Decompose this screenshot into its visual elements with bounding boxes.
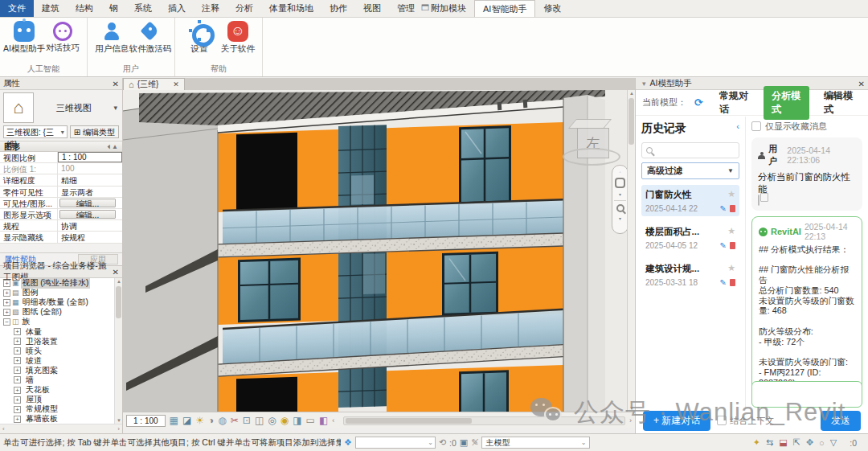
close-icon[interactable]: ✕: [113, 268, 119, 277]
zoom-icon[interactable]: [616, 204, 624, 212]
tree-expander[interactable]: +: [14, 396, 21, 404]
detail-level-icon[interactable]: ▦: [170, 415, 178, 427]
property-row[interactable]: 规程 协调: [0, 220, 122, 232]
chevron-down-icon[interactable]: ▾: [113, 104, 119, 112]
unlocked-view-icon[interactable]: ◫: [255, 415, 264, 427]
collapse-icon[interactable]: 🞀 ▲: [108, 141, 118, 151]
tree-expander[interactable]: +: [14, 376, 21, 383]
editing-requests-icon[interactable]: ⟲: [439, 437, 446, 448]
mode-button[interactable]: 分析模式: [764, 86, 809, 120]
new-chat-button[interactable]: + 新建对话: [643, 411, 710, 431]
chevron-down-icon[interactable]: ▾: [619, 215, 621, 221]
context-checkbox[interactable]: [717, 416, 727, 425]
visual-style-icon[interactable]: ◪: [182, 415, 191, 427]
shadows-icon[interactable]: ◑: [208, 415, 214, 427]
ribbon-tab[interactable]: AI智能助手: [474, 0, 535, 17]
property-row[interactable]: 图形显示选项 编辑...: [0, 209, 122, 220]
history-search-input[interactable]: [641, 142, 739, 158]
chevron-down-icon[interactable]: ▾: [642, 80, 646, 88]
property-row[interactable]: 可见性/图形... 编辑...: [0, 198, 122, 209]
property-row[interactable]: 显示隐藏线 按规程: [0, 232, 122, 243]
tree-expander[interactable]: −: [3, 318, 10, 326]
ribbon-button[interactable]: 对话技巧: [43, 19, 82, 63]
view-tab-3d[interactable]: ⌂ {三维} ✕: [123, 78, 185, 90]
ribbon-tab[interactable]: 体量和场地: [261, 0, 321, 17]
sun-path-icon[interactable]: ☀: [195, 415, 204, 427]
ribbon-display-options[interactable]: 🗖 ▾: [421, 2, 436, 12]
viewcube-compass[interactable]: [563, 148, 620, 166]
tree-expander[interactable]: +: [14, 367, 21, 374]
tree-item[interactable]: + 填充图案: [0, 366, 122, 375]
history-item[interactable]: 楼层面积占... ★ 2025-04-05 12 ✎: [641, 222, 739, 253]
reveal-hidden-elements-icon[interactable]: ◉: [280, 415, 289, 427]
show-rendering-dialog-icon[interactable]: ◍: [218, 415, 226, 427]
tree-expander[interactable]: +: [14, 338, 21, 345]
collapse-icon[interactable]: ‹: [736, 121, 739, 136]
history-item[interactable]: 建筑设计规... ★ 2025-03-31 18 ✎: [641, 259, 739, 290]
worksharing-display-icon[interactable]: ▭: [306, 415, 315, 427]
ribbon-tab[interactable]: 结构: [68, 0, 101, 17]
analytical-model-icon[interactable]: ◧: [319, 415, 328, 427]
instance-selector[interactable]: 三维视图: {三维} ▾: [3, 125, 68, 138]
ribbon-button[interactable]: AI模型助手: [5, 19, 43, 63]
canvas-hscrollbar[interactable]: [343, 416, 625, 425]
close-icon[interactable]: ✕: [173, 80, 179, 88]
drawing-area[interactable]: [123, 90, 627, 412]
canvas-vscrollbar[interactable]: ▲ ▼: [627, 90, 635, 412]
steering-wheel-icon[interactable]: [615, 178, 625, 188]
tree-item[interactable]: + ▣ 视图 (鸿业-给排水): [0, 278, 122, 288]
edit-icon[interactable]: ✎: [720, 241, 727, 250]
building-model[interactable]: [123, 90, 627, 412]
ribbon-tab[interactable]: 注释: [194, 0, 227, 17]
chevron-left-icon[interactable]: ‹: [332, 416, 334, 424]
tree-expander[interactable]: +: [14, 416, 21, 423]
property-row[interactable]: 零件可见性 显示两者: [0, 187, 122, 198]
viewcube[interactable]: 左: [561, 117, 622, 174]
history-item[interactable]: 门窗防火性 ★ 2025-04-14 22 ✎: [641, 185, 739, 216]
ribbon-button[interactable]: 关于软件: [219, 19, 257, 63]
ribbon-tab[interactable]: 管理: [389, 0, 423, 17]
edit-type-button[interactable]: ⊞ 编辑类型: [70, 125, 119, 138]
tree-expander[interactable]: +: [3, 299, 10, 306]
property-row[interactable]: 视图比例 1 : 100: [0, 152, 122, 163]
select-links-icon[interactable]: ⇆: [766, 437, 773, 448]
ribbon-tab[interactable]: 修改: [535, 0, 569, 17]
property-value[interactable]: 协调: [58, 220, 122, 231]
delete-icon[interactable]: [730, 279, 735, 286]
refresh-icon[interactable]: ⟳: [694, 96, 703, 109]
mode-button[interactable]: 常规对话: [711, 86, 757, 120]
ribbon-tab[interactable]: 视图: [355, 0, 389, 17]
ribbon-button[interactable]: 软件激活码: [131, 19, 170, 63]
tree-expander[interactable]: +: [3, 309, 10, 316]
tree-expander[interactable]: +: [3, 280, 10, 287]
tree-item[interactable]: + 天花板: [0, 385, 122, 395]
property-value[interactable]: 精细: [58, 174, 122, 185]
show-crop-region-icon[interactable]: ⊡: [243, 415, 251, 427]
favorites-checkbox[interactable]: [751, 121, 761, 131]
select-pinned-icon[interactable]: ⇱: [793, 437, 800, 448]
copy-icon[interactable]: [758, 195, 760, 206]
tree-item[interactable]: + 卫浴装置: [0, 337, 122, 346]
property-value[interactable]: 编辑...: [59, 210, 116, 219]
type-selector[interactable]: ⌂ 三维视图 ▾: [0, 90, 122, 125]
editable-only-icon[interactable]: ✦: [753, 437, 760, 448]
tree-item[interactable]: + 幕墙嵌板: [0, 414, 122, 424]
worksets-icon[interactable]: ❖: [344, 437, 352, 448]
temporary-hide-isolate-icon[interactable]: ◎: [268, 415, 276, 427]
tree-expander[interactable]: +: [14, 387, 21, 394]
ribbon-tab[interactable]: 分析: [227, 0, 261, 17]
tree-expander[interactable]: +: [14, 328, 21, 335]
property-row[interactable]: 详细程度 精细: [0, 174, 122, 186]
star-icon[interactable]: ★: [727, 189, 735, 201]
ribbon-button[interactable]: 用户信息: [92, 19, 131, 63]
view-scale-button[interactable]: 1 : 100: [126, 415, 166, 427]
delete-icon[interactable]: [730, 242, 735, 249]
browser-scrollbar[interactable]: ▲ ▼: [114, 278, 122, 424]
crop-view-icon[interactable]: ✂: [231, 415, 239, 427]
design-option-select[interactable]: 主模型 ⌄: [481, 437, 590, 449]
scroll-down-icon[interactable]: ▼: [115, 418, 123, 423]
send-button[interactable]: 发送: [821, 411, 861, 431]
select-by-face-icon[interactable]: ✥: [806, 437, 813, 448]
property-value[interactable]: 编辑...: [59, 199, 116, 207]
chevron-right-icon[interactable]: ›: [629, 416, 632, 424]
